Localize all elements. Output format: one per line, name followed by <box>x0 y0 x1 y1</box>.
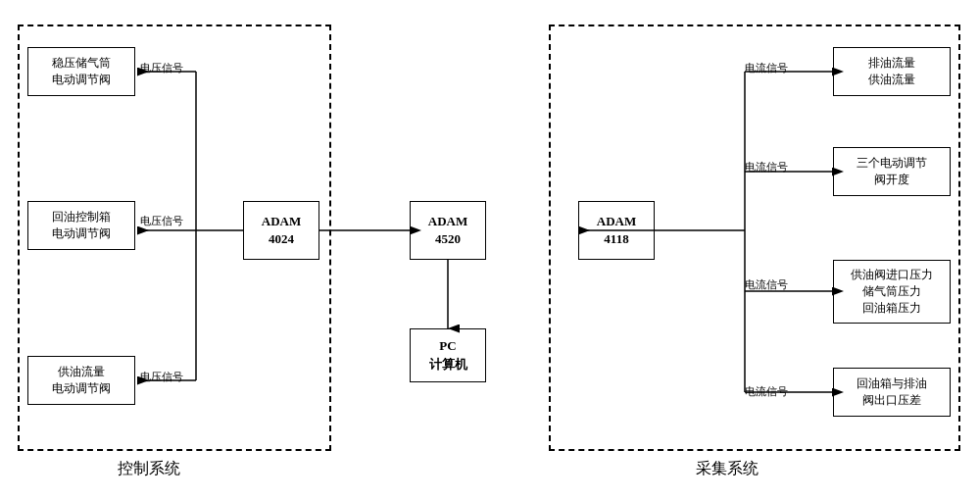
voltage-signal-3: 电压信号 <box>140 370 183 384</box>
current-signal-3: 电流信号 <box>745 277 788 292</box>
box-supply-flow: 供油流量 电动调节阀 <box>27 356 135 405</box>
box7-label: 回油箱与排油 阀出口压差 <box>857 375 927 409</box>
adam4520-label: ADAM 4520 <box>428 213 467 248</box>
current-signal-2: 电流信号 <box>745 160 788 175</box>
box-return-oil: 回油控制箱 电动调节阀 <box>27 201 135 250</box>
box5-label: 三个电动调节 阀开度 <box>857 155 927 188</box>
adam4118-label: ADAM 4118 <box>597 213 636 248</box>
box-oil-flow: 排油流量 供油流量 <box>833 47 951 96</box>
current-signal-4: 电流信号 <box>745 384 788 399</box>
box4-label: 排油流量 供油流量 <box>868 55 915 88</box>
adam4118-box: ADAM 4118 <box>578 201 655 260</box>
box-stabilizer: 稳压储气筒 电动调节阀 <box>27 47 135 96</box>
pc-label: PC 计算机 <box>429 337 467 373</box>
adam4520-box: ADAM 4520 <box>410 201 486 260</box>
current-signal-1: 电流信号 <box>745 61 788 75</box>
box1-label: 稳压储气筒 电动调节阀 <box>52 55 111 88</box>
box-pressure: 供油阀进口压力 储气筒压力 回油箱压力 <box>833 260 951 324</box>
collect-label: 采集系统 <box>696 459 759 479</box>
diagram: 控制系统 采集系统 稳压储气筒 电动调节阀 回油控制箱 电动调节阀 供油流量 电… <box>0 0 980 500</box>
box3-label: 供油流量 电动调节阀 <box>52 364 111 397</box>
adam4024-box: ADAM 4024 <box>243 201 319 260</box>
control-label: 控制系统 <box>118 459 180 479</box>
box2-label: 回油控制箱 电动调节阀 <box>52 209 111 242</box>
voltage-signal-2: 电压信号 <box>140 214 183 228</box>
box-valve-open: 三个电动调节 阀开度 <box>833 147 951 196</box>
adam4024-label: ADAM 4024 <box>262 213 301 248</box>
box-diff-pressure: 回油箱与排油 阀出口压差 <box>833 368 951 417</box>
pc-box: PC 计算机 <box>410 328 486 382</box>
box6-label: 供油阀进口压力 储气筒压力 回油箱压力 <box>851 267 933 316</box>
voltage-signal-1: 电压信号 <box>140 61 183 75</box>
